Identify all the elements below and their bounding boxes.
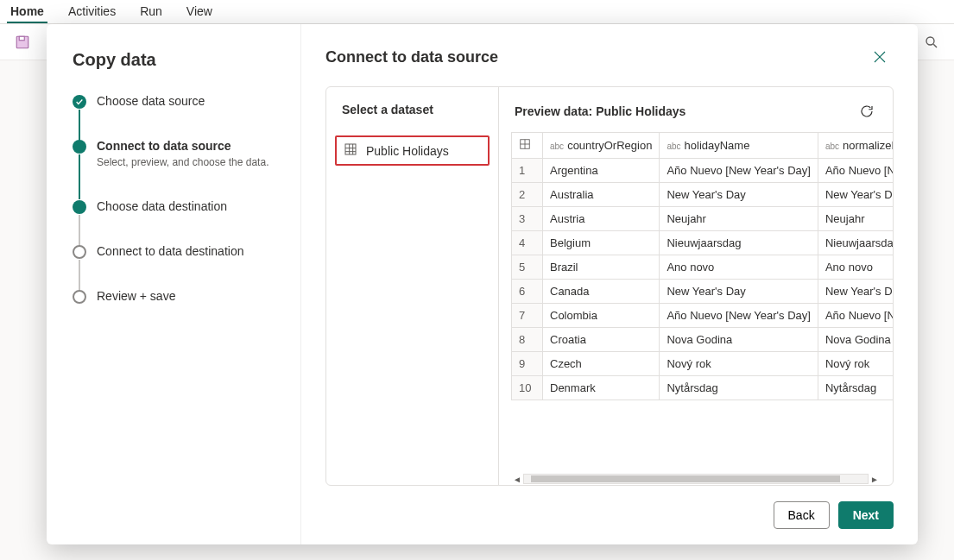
table-cell: Brazil — [543, 255, 660, 280]
modal: Copy data Choose data source Connect to — [47, 24, 918, 544]
step-connect-to-data-source[interactable]: Connect to data source Select, preview, … — [73, 139, 281, 199]
row-number: 1 — [512, 159, 543, 183]
row-number: 10 — [512, 376, 543, 400]
col-name: normalizeHolidayName — [843, 139, 893, 152]
table-row[interactable]: 6CanadaNew Year's DayNew Year's Day — [512, 280, 894, 304]
table-row[interactable]: 7ColombiaAño Nuevo [New Year's Day]Año N… — [512, 304, 894, 328]
step-label: Choose data destination — [97, 199, 227, 213]
table-cell: Ano novo — [818, 255, 893, 280]
wizard-sidebar: Copy data Choose data source Connect to — [47, 24, 301, 544]
scroll-thumb[interactable] — [531, 475, 840, 482]
row-number: 4 — [512, 231, 543, 255]
table-row[interactable]: 2AustraliaNew Year's DayNew Year's Day — [512, 183, 894, 207]
step-choose-data-destination[interactable]: Choose data destination — [73, 199, 281, 244]
row-number: 9 — [512, 352, 543, 376]
preview-table-wrap[interactable]: abccountryOrRegion abcholidayName abcnor… — [499, 132, 893, 473]
table-row[interactable]: 5BrazilAno novoAno novo — [512, 255, 894, 280]
table-row[interactable]: 10DenmarkNytårsdagNytårsdag — [512, 376, 894, 400]
grid-icon — [519, 138, 531, 150]
horizontal-scrollbar[interactable]: ◄ ► — [499, 473, 893, 485]
col-name: holidayName — [685, 139, 750, 152]
row-number: 6 — [512, 280, 543, 304]
table-cell: Czech — [543, 352, 660, 376]
save-icon[interactable] — [10, 30, 35, 54]
table-cell: Año Nuevo [New Year's Day] — [660, 159, 818, 183]
step-label: Connect to data source — [97, 139, 269, 153]
table-row[interactable]: 8CroatiaNova GodinaNova Godina — [512, 328, 894, 352]
close-button[interactable] — [866, 43, 894, 71]
content-title: Connect to data source — [325, 48, 498, 66]
col-type: abc — [825, 142, 839, 151]
step-done-icon — [73, 95, 86, 109]
menu-activities[interactable]: Activities — [65, 1, 119, 23]
dataset-item-label: Public Holidays — [366, 144, 449, 158]
menu-run[interactable]: Run — [136, 1, 166, 23]
row-number: 8 — [512, 328, 543, 352]
table-cell: Neujahr — [660, 207, 818, 231]
step-label: Connect to data destination — [97, 244, 243, 258]
step-todo-icon — [73, 245, 86, 259]
table-cell: Año Nuevo [New Year's Day] — [818, 304, 893, 328]
table-cell: Belgium — [543, 231, 660, 255]
search-icon[interactable] — [919, 30, 944, 54]
preview-panel: Preview data: Public Holidays — [499, 87, 893, 485]
row-number: 3 — [512, 207, 543, 231]
table-cell: Argentina — [543, 159, 660, 183]
rownum-header — [512, 133, 543, 159]
dataset-panel: Select a dataset Public Holidays — [326, 87, 499, 485]
table-cell: New Year's Day — [818, 183, 893, 207]
svg-rect-1 — [19, 36, 24, 41]
col-holidayName[interactable]: abcholidayName — [660, 133, 818, 159]
preview-table: abccountryOrRegion abcholidayName abcnor… — [511, 132, 893, 400]
menubar: Home Activities Run View — [0, 0, 954, 24]
content-panel: Connect to data source Select a dataset — [301, 24, 918, 544]
table-row[interactable]: 9CzechNový rokNový rok — [512, 352, 894, 376]
table-cell: New Year's Day — [660, 183, 818, 207]
next-button[interactable]: Next — [838, 501, 894, 529]
table-row[interactable]: 4BelgiumNieuwjaarsdagNieuwjaarsdag — [512, 231, 894, 255]
table-cell: Nova Godina — [660, 328, 818, 352]
footer: Back Next — [325, 501, 894, 529]
table-cell: Denmark — [543, 376, 660, 400]
table-cell: Australia — [543, 183, 660, 207]
wizard-title: Copy data — [73, 50, 281, 70]
refresh-button[interactable] — [856, 101, 877, 122]
col-name: countryOrRegion — [567, 139, 652, 152]
dataset-card: Select a dataset Public Holidays P — [325, 86, 894, 486]
scroll-track[interactable] — [523, 474, 869, 484]
table-cell: Canada — [543, 280, 660, 304]
step-review-save[interactable]: Review + save — [73, 289, 281, 304]
step-choose-data-source[interactable]: Choose data source — [73, 94, 281, 139]
scroll-right-arrow[interactable]: ► — [869, 475, 881, 484]
table-row[interactable]: 1ArgentinaAño Nuevo [New Year's Day]Año … — [512, 159, 894, 183]
col-type: abc — [667, 142, 680, 151]
table-cell: Croatia — [543, 328, 660, 352]
svg-rect-7 — [345, 144, 356, 154]
table-cell: Ano novo — [660, 255, 818, 280]
table-cell: Nieuwjaarsdag — [660, 231, 818, 255]
col-normalizeHolidayName[interactable]: abcnormalizeHolidayName — [818, 133, 893, 159]
table-cell: Año Nuevo [New Year's Day] — [660, 304, 818, 328]
row-number: 7 — [512, 304, 543, 328]
col-type: abc — [550, 142, 564, 151]
menu-view[interactable]: View — [183, 1, 216, 23]
col-countryOrRegion[interactable]: abccountryOrRegion — [543, 133, 660, 159]
table-cell: Colombia — [543, 304, 660, 328]
dataset-item-public-holidays[interactable]: Public Holidays — [335, 135, 490, 166]
table-cell: Nova Godina — [818, 328, 893, 352]
step-current-icon — [73, 200, 86, 214]
step-label: Choose data source — [97, 94, 205, 108]
table-cell: Nový rok — [818, 352, 893, 376]
step-todo-icon — [73, 290, 86, 304]
dataset-panel-title: Select a dataset — [335, 103, 490, 116]
table-cell: Austria — [543, 207, 660, 231]
row-number: 2 — [512, 183, 543, 207]
menu-home[interactable]: Home — [7, 1, 47, 23]
table-row[interactable]: 3AustriaNeujahrNeujahr — [512, 207, 894, 231]
scroll-left-arrow[interactable]: ◄ — [511, 475, 523, 484]
step-connect-to-data-destination[interactable]: Connect to data destination — [73, 244, 281, 289]
table-cell: New Year's Day — [660, 280, 818, 304]
svg-point-3 — [926, 37, 934, 45]
table-cell: Año Nuevo [New Year's Day] — [818, 159, 893, 183]
back-button[interactable]: Back — [774, 501, 830, 529]
